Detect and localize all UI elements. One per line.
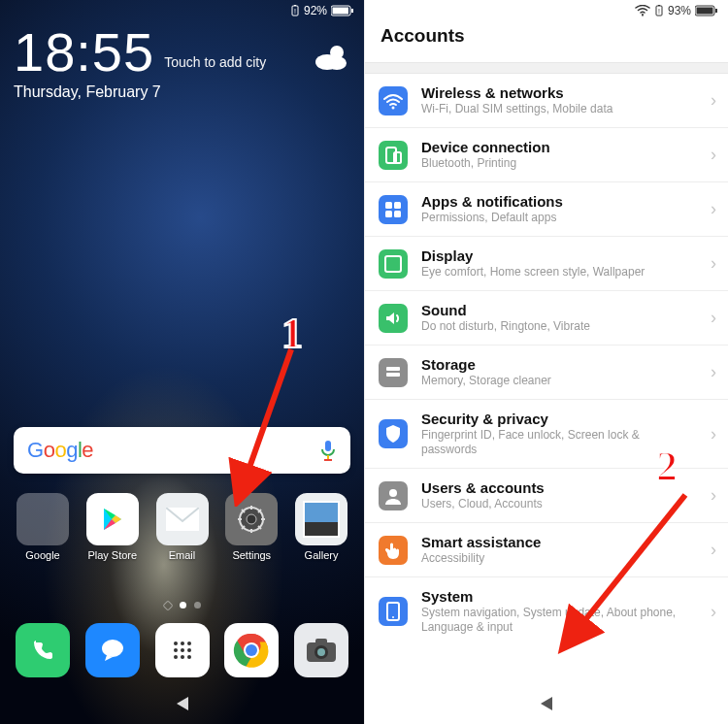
svg-rect-43	[658, 5, 660, 6]
nav-bar	[0, 683, 364, 724]
settings-screen: ! 93% Accounts Wireless & networksWi-Fi,…	[364, 0, 728, 724]
svg-point-32	[187, 655, 191, 659]
svg-point-23	[102, 640, 123, 657]
page-indicator	[0, 602, 364, 609]
dock-phone[interactable]	[14, 623, 72, 677]
svg-point-8	[327, 56, 347, 70]
app-gallery[interactable]: Gallery	[292, 493, 350, 561]
battery-percent: 92%	[304, 4, 327, 17]
status-bar: ! 93%	[635, 4, 718, 17]
setting-text: SoundDo not disturb, Ringtone, Vibrate	[421, 302, 697, 334]
weather-icon	[312, 41, 350, 74]
chevron-right-icon: ›	[711, 485, 716, 506]
setting-item-sound[interactable]: SoundDo not disturb, Ringtone, Vibrate›	[365, 291, 728, 346]
svg-rect-37	[315, 639, 327, 644]
chevron-right-icon: ›	[711, 308, 716, 328]
svg-text:!: !	[658, 8, 660, 15]
setting-title: Wireless & networks	[421, 84, 697, 101]
back-button[interactable]	[177, 697, 188, 710]
sound-icon	[379, 304, 408, 333]
svg-rect-55	[385, 256, 401, 272]
setting-text: DisplayEye comfort, Home screen style, W…	[421, 247, 697, 280]
battery-saver-icon: !	[654, 5, 664, 16]
status-bar: ! 92%	[290, 4, 354, 17]
svg-rect-52	[394, 202, 401, 209]
dock-camera[interactable]	[292, 623, 350, 677]
svg-rect-53	[385, 211, 392, 217]
hand-icon	[379, 536, 408, 565]
dock-messages[interactable]	[83, 623, 142, 677]
setting-item-storage[interactable]: StorageMemory, Storage cleaner›	[365, 346, 728, 400]
svg-point-58	[389, 489, 397, 497]
setting-title: Apps & notifications	[421, 193, 697, 210]
setting-subtitle: Eye comfort, Home screen style, Wallpape…	[421, 265, 697, 280]
svg-rect-46	[697, 8, 713, 15]
svg-point-26	[187, 642, 191, 645]
svg-point-30	[174, 655, 178, 659]
google-logo: Google	[27, 438, 93, 463]
setting-title: Display	[421, 247, 697, 264]
svg-rect-56	[386, 367, 400, 371]
shield-icon	[379, 419, 408, 448]
annotation-arrow	[223, 342, 301, 507]
section-divider	[365, 62, 728, 74]
svg-point-39	[317, 648, 325, 656]
setting-subtitle: Bluetooth, Printing	[421, 156, 697, 171]
svg-rect-9	[325, 441, 331, 451]
back-button[interactable]	[541, 697, 552, 710]
wifi-icon	[635, 5, 650, 16]
setting-subtitle: Memory, Storage cleaner	[421, 374, 697, 388]
clock-time: 18:55	[14, 25, 154, 80]
svg-rect-57	[386, 373, 400, 377]
system-icon	[379, 597, 408, 626]
home-screen: ! 92% 18:55 Touch to add city Thursday, …	[0, 0, 364, 724]
app-email[interactable]: Email	[153, 493, 212, 561]
setting-item-device-connection[interactable]: Device connectionBluetooth, Printing›	[365, 128, 728, 182]
setting-item-apps-notifications[interactable]: Apps & notificationsPermissions, Default…	[365, 182, 728, 237]
display-icon	[379, 249, 408, 279]
mic-icon[interactable]	[319, 439, 337, 462]
device-icon	[379, 141, 408, 170]
setting-item-wireless-networks[interactable]: Wireless & networksWi-Fi, Dual SIM setti…	[365, 74, 728, 128]
app-play-store[interactable]: Play Store	[83, 493, 142, 561]
svg-rect-11	[324, 459, 332, 461]
battery-icon	[331, 5, 354, 16]
page-title: Accounts	[381, 25, 712, 47]
battery-saver-icon: !	[290, 5, 300, 16]
svg-rect-5	[351, 9, 353, 13]
svg-point-48	[392, 106, 395, 109]
dock-chrome[interactable]	[222, 623, 281, 677]
storage-icon	[379, 358, 408, 387]
battery-percent: 93%	[668, 4, 691, 17]
svg-line-40	[241, 349, 291, 492]
annotation-arrow	[549, 485, 695, 660]
add-city-hint[interactable]: Touch to add city	[164, 54, 266, 70]
svg-point-35	[246, 644, 257, 656]
setting-item-display[interactable]: DisplayEye comfort, Home screen style, W…	[365, 237, 728, 291]
app-google-folder[interactable]: Google	[14, 493, 72, 561]
chevron-right-icon: ›	[711, 424, 716, 444]
annotation-step-number: 2	[656, 442, 678, 491]
dock	[14, 623, 350, 677]
svg-rect-4	[333, 8, 349, 15]
setting-text: Wireless & networksWi-Fi, Dual SIM setti…	[421, 84, 697, 116]
svg-point-14	[247, 514, 256, 524]
setting-title: Sound	[421, 302, 697, 318]
svg-point-28	[181, 648, 184, 652]
setting-subtitle: Wi-Fi, Dual SIM settings, Mobile data	[421, 102, 697, 116]
dock-app-drawer[interactable]	[153, 623, 212, 677]
chevron-right-icon: ›	[711, 90, 716, 111]
battery-icon	[695, 5, 718, 16]
chevron-right-icon: ›	[711, 540, 716, 560]
wifi-icon	[379, 86, 408, 115]
clock-date: Thursday, February 7	[14, 83, 350, 101]
chevron-right-icon: ›	[711, 145, 716, 165]
svg-rect-51	[385, 202, 392, 209]
svg-point-27	[174, 648, 178, 652]
chevron-right-icon: ›	[711, 253, 716, 274]
setting-text: Apps & notificationsPermissions, Default…	[421, 193, 697, 225]
svg-point-60	[392, 616, 394, 618]
clock-weather-widget[interactable]: 18:55 Touch to add city Thursday, Februa…	[14, 25, 350, 101]
chevron-right-icon: ›	[711, 362, 716, 382]
svg-rect-1	[294, 5, 296, 6]
